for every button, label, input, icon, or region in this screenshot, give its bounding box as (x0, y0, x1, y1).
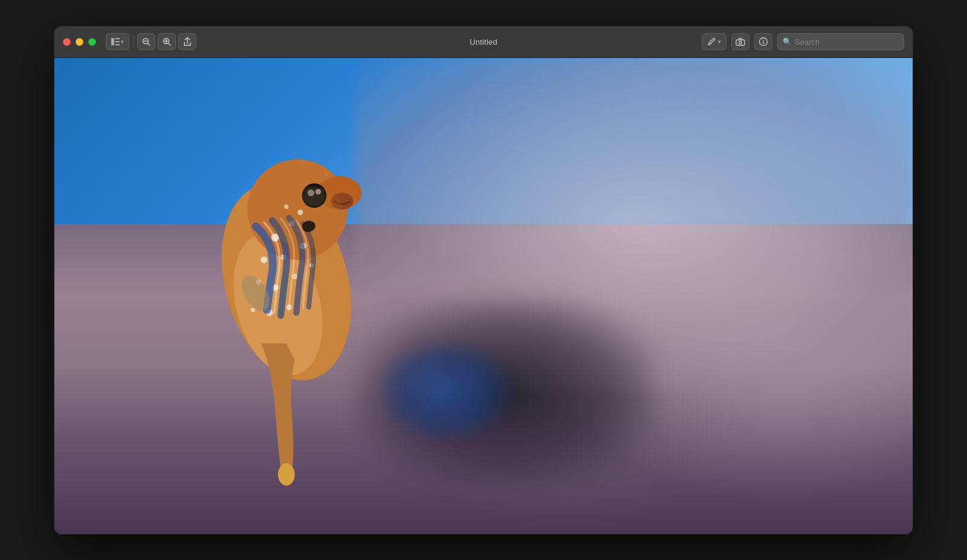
camera-button[interactable] (731, 33, 749, 50)
traffic-lights (63, 38, 96, 46)
search-input[interactable] (795, 37, 899, 47)
minimize-button[interactable] (76, 38, 83, 46)
svg-point-13 (739, 41, 742, 43)
info-button[interactable] (754, 33, 772, 50)
info-icon (758, 37, 768, 47)
toolbar-divider (133, 36, 134, 48)
window-title: Untitled (470, 37, 497, 47)
search-bar[interactable]: 🔍 (777, 33, 904, 50)
toolbar-right: ▾ 🔍 (702, 33, 904, 50)
image-area (54, 58, 913, 534)
svg-point-44 (307, 190, 314, 196)
camera-icon (736, 37, 745, 46)
svg-rect-1 (115, 38, 120, 39)
svg-point-26 (260, 257, 267, 263)
svg-rect-0 (111, 38, 114, 45)
svg-line-6 (148, 43, 150, 46)
svg-rect-12 (736, 40, 745, 45)
zoom-out-button[interactable] (137, 33, 155, 50)
pen-icon (707, 37, 716, 46)
sidebar-toggle-button[interactable]: ▾ (106, 33, 129, 50)
svg-line-10 (169, 43, 171, 46)
close-button[interactable] (63, 38, 71, 46)
svg-point-35 (250, 307, 254, 312)
sidebar-icon (111, 37, 120, 46)
chevron-down-icon: ▾ (121, 39, 124, 45)
svg-point-42 (278, 463, 295, 486)
pen-tool-chevron-icon: ▾ (718, 39, 721, 45)
toolbar-left: ▾ (106, 33, 196, 50)
svg-rect-2 (115, 41, 120, 42)
svg-point-15 (763, 40, 764, 41)
titlebar: ▾ (54, 27, 913, 58)
pen-tool-button[interactable]: ▾ (702, 33, 726, 50)
fish-photo (54, 58, 913, 534)
svg-rect-3 (115, 44, 120, 45)
main-window: ▾ (54, 27, 913, 534)
zoom-in-button[interactable] (158, 33, 176, 50)
share-icon (183, 37, 192, 47)
zoom-out-icon (142, 37, 150, 46)
fish-svg (123, 115, 450, 505)
maximize-button[interactable] (88, 38, 96, 46)
search-icon: 🔍 (783, 37, 792, 46)
zoom-in-icon (163, 37, 171, 46)
share-button[interactable] (178, 33, 196, 50)
